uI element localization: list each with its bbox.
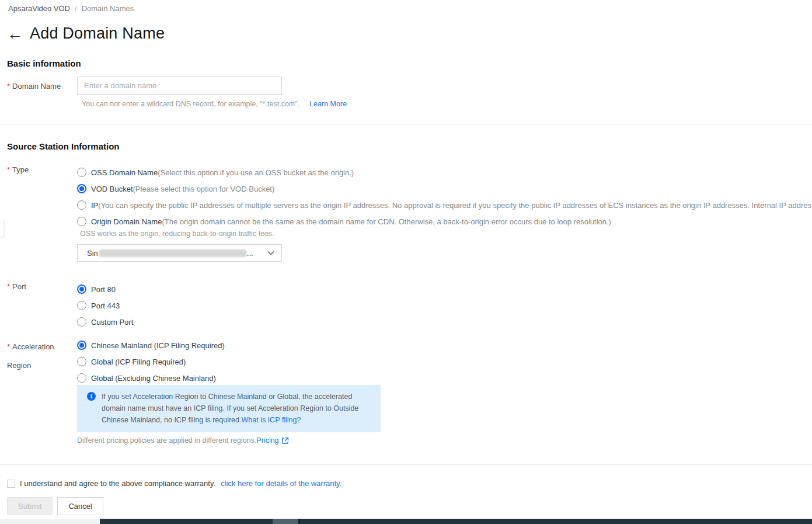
radio-label: Port 80 <box>91 285 116 294</box>
port-radio-group: Port 80 Port 443 Custom Port <box>77 281 133 330</box>
compliance-text: I understand and agree to the above comp… <box>20 479 215 488</box>
radio-desc: (You can specify the public IP addresses… <box>98 201 812 210</box>
port-label: *Port <box>7 282 26 291</box>
pricing-row: Different pricing policies are applied i… <box>77 436 289 445</box>
radio-type-oss-domain[interactable]: OSS Domain Name(Select this option if yo… <box>77 164 812 181</box>
radio-label: Origin Domain Name <box>91 217 162 226</box>
breadcrumb: ApsaraVideo VOD / Domain Names <box>8 4 134 13</box>
radio-label: Global (ICP Filing Required) <box>91 358 186 366</box>
radio-port-custom[interactable]: Custom Port <box>77 314 133 330</box>
bucket-select-value: Sin <box>87 249 98 258</box>
bucket-select-dropdown[interactable]: Sin ... <box>77 244 282 262</box>
radio-icon[interactable] <box>77 217 86 226</box>
radio-icon[interactable] <box>77 301 86 310</box>
redacted-bucket-text <box>99 249 246 257</box>
breadcrumb-root[interactable]: ApsaraVideo VOD <box>8 4 70 13</box>
radio-type-ip[interactable]: IP(You can specify the public IP address… <box>77 197 812 213</box>
pricing-text: Different pricing policies are applied i… <box>77 436 256 445</box>
type-label: *Type <box>7 165 29 174</box>
submit-button[interactable]: Submit <box>7 497 53 515</box>
domain-helper-row: You can not enter a wildcard DNS record,… <box>82 100 347 108</box>
radio-region-global-excluding[interactable]: Global (Excluding Chinese Mainland) <box>77 370 225 386</box>
page-title: Add Domain Name <box>30 25 165 43</box>
breadcrumb-current: Domain Names <box>82 4 134 13</box>
required-mark: * <box>7 82 10 91</box>
radio-label: Custom Port <box>91 318 133 327</box>
radio-region-global-icp[interactable]: Global (ICP Filing Required) <box>77 353 225 370</box>
what-is-icp-filing-link[interactable]: What is ICP filing? <box>241 416 301 424</box>
domain-helper-text: You can not enter a wildcard DNS record,… <box>82 100 299 108</box>
radio-type-vod-bucket[interactable]: VOD Bucket(Please select this option for… <box>77 181 812 197</box>
basic-information-heading: Basic information <box>7 58 81 68</box>
type-radio-group: OSS Domain Name(Select this option if yo… <box>77 164 812 230</box>
info-icon: i <box>87 392 96 401</box>
domain-name-label: *Domain Name <box>7 82 61 91</box>
learn-more-link[interactable]: Learn More <box>309 100 347 108</box>
section-divider <box>0 124 812 124</box>
bottom-bar-dark-segment <box>100 519 812 524</box>
acceleration-region-label: *Acceleration Region <box>7 338 68 375</box>
radio-port-80[interactable]: Port 80 <box>77 281 133 297</box>
radio-type-origin-domain[interactable]: Origin Domain Name(The origin domain can… <box>77 213 812 230</box>
sidebar-collapse-handle[interactable] <box>0 220 4 237</box>
chevron-down-icon <box>266 248 276 258</box>
radio-icon[interactable] <box>77 373 86 383</box>
warranty-details-link[interactable]: click here for details of the warranty. <box>221 479 341 488</box>
radio-desc: (Select this option if you use an OSS bu… <box>158 168 354 177</box>
oss-origin-note: OSS works as the origin, reducing back-t… <box>80 230 274 238</box>
footer-divider <box>0 464 812 465</box>
radio-icon[interactable] <box>77 357 86 366</box>
cancel-button[interactable]: Cancel <box>57 497 103 515</box>
radio-icon[interactable] <box>77 317 86 327</box>
radio-label: Port 443 <box>91 301 120 310</box>
bottom-bar <box>0 519 812 524</box>
radio-label: IP <box>91 201 98 210</box>
radio-icon[interactable] <box>77 200 86 210</box>
radio-port-443[interactable]: Port 443 <box>77 297 133 314</box>
external-link-icon <box>281 437 289 445</box>
radio-icon[interactable] <box>77 184 86 193</box>
domain-name-input[interactable] <box>77 77 282 95</box>
bottom-bar-separator <box>298 519 300 524</box>
icp-info-box: i If you set Acceleration Region to Chin… <box>77 385 381 432</box>
source-station-heading: Source Station Information <box>7 141 120 151</box>
radio-label: Chinese Mainland (ICP Filing Required) <box>91 341 225 350</box>
back-arrow-icon[interactable]: ← <box>7 26 23 42</box>
pricing-link[interactable]: Pricing <box>256 436 278 445</box>
radio-icon[interactable] <box>77 168 86 177</box>
radio-icon[interactable] <box>77 341 86 350</box>
radio-icon[interactable] <box>77 284 86 294</box>
radio-label: OSS Domain Name <box>91 168 158 177</box>
radio-label: Global (Excluding Chinese Mainland) <box>91 374 216 383</box>
icp-info-text: If you set Acceleration Region to Chines… <box>102 391 371 426</box>
radio-desc: (The origin domain cannot be the same as… <box>162 217 611 226</box>
action-buttons: Submit Cancel <box>7 497 103 515</box>
page-header: ← Add Domain Name <box>7 25 165 43</box>
bottom-bar-light-segment <box>273 519 298 524</box>
compliance-row: I understand and agree to the above comp… <box>7 479 341 488</box>
compliance-checkbox[interactable] <box>7 480 15 488</box>
radio-region-chinese-mainland[interactable]: Chinese Mainland (ICP Filing Required) <box>77 337 225 353</box>
radio-label: VOD Bucket <box>91 185 133 193</box>
breadcrumb-separator: / <box>75 4 77 13</box>
radio-desc: (Please select this option for VOD Bucke… <box>133 185 275 193</box>
bottom-bar-left-segment <box>0 519 100 524</box>
region-radio-group: Chinese Mainland (ICP Filing Required) G… <box>77 337 225 386</box>
